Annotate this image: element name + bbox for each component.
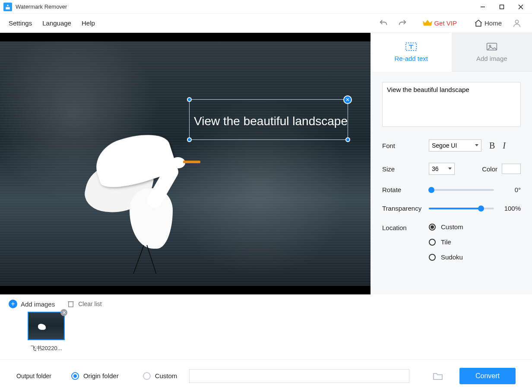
app-icon: [3, 3, 12, 11]
rotate-value: 0°: [500, 186, 521, 193]
watermark-text: View the beautiful landscape: [194, 114, 348, 128]
resize-handle-br[interactable]: [345, 137, 350, 142]
plus-icon: +: [9, 300, 17, 308]
size-select[interactable]: 36: [429, 163, 455, 175]
tab-readd-text-label: Re-add text: [394, 55, 428, 62]
canvas-area[interactable]: View the beautiful landscape ✕: [0, 33, 370, 294]
tab-readd-text[interactable]: Re-add text: [371, 33, 452, 72]
location-custom-radio[interactable]: Custom: [429, 223, 463, 231]
image-icon: [486, 42, 498, 51]
minimize-button[interactable]: [478, 3, 487, 11]
svg-point-4: [515, 20, 518, 23]
image-preview: [0, 41, 370, 286]
location-sudoku-radio[interactable]: Sudoku: [429, 253, 463, 261]
rotate-slider[interactable]: [429, 189, 494, 191]
user-button[interactable]: [512, 19, 522, 28]
clear-list-button[interactable]: Clear list: [67, 300, 101, 308]
add-images-button[interactable]: + Add images: [9, 300, 55, 308]
side-panel: Re-add text Add image Font Segoe UI B I …: [370, 33, 532, 294]
vip-label: Get VIP: [434, 19, 457, 27]
font-label: Font: [382, 142, 429, 149]
size-label: Size: [382, 165, 429, 173]
thumbnail-item[interactable]: ✕ 飞书20220...: [28, 312, 65, 352]
overlay-close-button[interactable]: ✕: [343, 95, 352, 104]
thumbnail-name: 飞书20220...: [28, 345, 65, 352]
svg-rect-1: [500, 5, 504, 9]
tab-add-image[interactable]: Add image: [452, 33, 532, 72]
transparency-slider[interactable]: [429, 208, 494, 209]
menu-language[interactable]: Language: [42, 19, 71, 27]
transparency-value: 100%: [500, 205, 521, 212]
menu-settings[interactable]: Settings: [9, 19, 32, 27]
menu-help[interactable]: Help: [82, 19, 95, 27]
home-button[interactable]: Home: [474, 19, 502, 28]
maximize-button[interactable]: [497, 3, 506, 11]
menubar: Settings Language Help Get VIP Home: [0, 14, 532, 33]
tab-add-image-label: Add image: [476, 55, 507, 62]
location-tile-radio[interactable]: Tile: [429, 238, 463, 246]
watermark-text-box[interactable]: View the beautiful landscape ✕: [189, 99, 348, 140]
location-label: Location: [382, 223, 429, 231]
browse-folder-button[interactable]: [433, 372, 443, 380]
close-button[interactable]: [516, 3, 525, 11]
origin-folder-radio[interactable]: Origin folder: [71, 372, 119, 380]
footer: Output folder Origin folder Custom Conve…: [0, 359, 532, 392]
color-swatch[interactable]: [502, 164, 521, 174]
resize-handle-bl[interactable]: [187, 137, 192, 142]
svg-point-7: [489, 45, 491, 47]
italic-button[interactable]: I: [503, 141, 506, 151]
transparency-label: Transparency: [382, 205, 429, 212]
redo-button[interactable]: [398, 19, 407, 28]
home-label: Home: [484, 19, 502, 27]
resize-handle-tl[interactable]: [187, 97, 192, 102]
bird-graphic: [73, 119, 194, 257]
thumbnail-bar: + Add images Clear list ✕ 飞书20220...: [0, 294, 532, 359]
titlebar: Watermark Remover: [0, 0, 532, 14]
trash-icon: [67, 300, 75, 308]
app-title: Watermark Remover: [16, 3, 478, 10]
custom-folder-radio[interactable]: Custom: [143, 372, 177, 380]
watermark-text-input[interactable]: [382, 82, 521, 127]
thumbnail-remove-button[interactable]: ✕: [60, 309, 67, 316]
font-select[interactable]: Segoe UI: [429, 139, 481, 152]
convert-button[interactable]: Convert: [459, 368, 516, 384]
output-folder-label: Output folder: [16, 373, 51, 379]
thumbnail-image: [28, 312, 65, 340]
crown-icon: [423, 19, 432, 27]
rotate-label: Rotate: [382, 186, 429, 193]
output-path-input[interactable]: [189, 369, 409, 383]
text-icon: [405, 42, 417, 51]
undo-button[interactable]: [379, 19, 388, 28]
get-vip-button[interactable]: Get VIP: [423, 19, 457, 27]
color-label: Color: [482, 165, 497, 173]
bold-button[interactable]: B: [489, 141, 495, 151]
svg-rect-8: [69, 302, 73, 307]
